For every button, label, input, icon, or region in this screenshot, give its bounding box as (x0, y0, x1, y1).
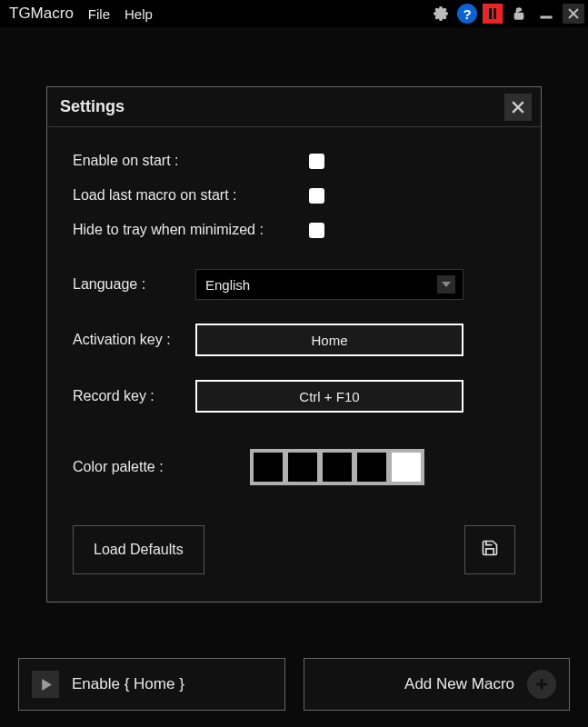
plus-icon (527, 670, 556, 699)
add-new-macro-button[interactable]: Add New Macro (304, 658, 571, 711)
svg-rect-4 (541, 16, 552, 18)
lock-icon[interactable] (508, 4, 530, 24)
menu-file[interactable]: File (88, 6, 110, 22)
load-last-macro-checkbox[interactable] (309, 188, 324, 204)
palette-swatch-1[interactable] (288, 453, 317, 482)
enable-on-start-label: Enable on start : (73, 153, 309, 169)
palette-swatch-4[interactable] (392, 453, 421, 482)
app-title: TGMacro (9, 5, 74, 23)
settings-title: Settings (60, 97, 125, 116)
load-last-macro-label: Load last macro on start : (73, 187, 309, 204)
hide-to-tray-label: Hide to tray when minimized : (73, 222, 309, 238)
color-palette-label: Color palette : (73, 459, 250, 475)
play-icon (32, 671, 59, 698)
color-palette (250, 449, 424, 485)
close-window-icon[interactable] (563, 4, 584, 24)
enable-on-start-checkbox[interactable] (309, 154, 324, 169)
save-icon (481, 539, 499, 561)
settings-panel: Settings Enable on start : Load last mac… (46, 86, 542, 603)
activation-key-button[interactable]: Home (195, 324, 463, 356)
record-key-value: Ctrl + F10 (299, 389, 359, 404)
save-button[interactable] (464, 525, 515, 574)
svg-rect-2 (493, 8, 496, 19)
add-new-macro-label: Add New Macro (404, 675, 514, 693)
close-settings-icon[interactable] (504, 94, 532, 121)
language-label: Language : (73, 276, 195, 293)
activation-key-value: Home (311, 333, 347, 348)
minimize-icon[interactable] (535, 4, 557, 24)
palette-swatch-3[interactable] (357, 453, 386, 482)
chevron-down-icon (437, 275, 455, 294)
hide-to-tray-checkbox[interactable] (309, 223, 324, 238)
svg-rect-1 (489, 8, 492, 19)
enable-label: Enable { Home } (72, 675, 184, 693)
record-key-button[interactable]: Ctrl + F10 (195, 380, 463, 413)
record-key-label: Record key : (73, 388, 195, 404)
palette-swatch-2[interactable] (323, 453, 352, 482)
activation-key-label: Activation key : (73, 332, 195, 348)
gear-icon[interactable] (430, 4, 452, 24)
menu-help[interactable]: Help (125, 6, 153, 22)
pause-icon[interactable] (483, 4, 503, 24)
enable-button[interactable]: Enable { Home } (18, 658, 285, 711)
language-select[interactable]: English (195, 269, 463, 300)
help-icon[interactable]: ? (457, 4, 477, 24)
language-value: English (205, 277, 250, 293)
palette-swatch-0[interactable] (254, 453, 283, 482)
title-bar: TGMacro File Help ? (0, 0, 588, 27)
load-defaults-button[interactable]: Load Defaults (73, 525, 204, 574)
svg-rect-3 (514, 13, 523, 19)
